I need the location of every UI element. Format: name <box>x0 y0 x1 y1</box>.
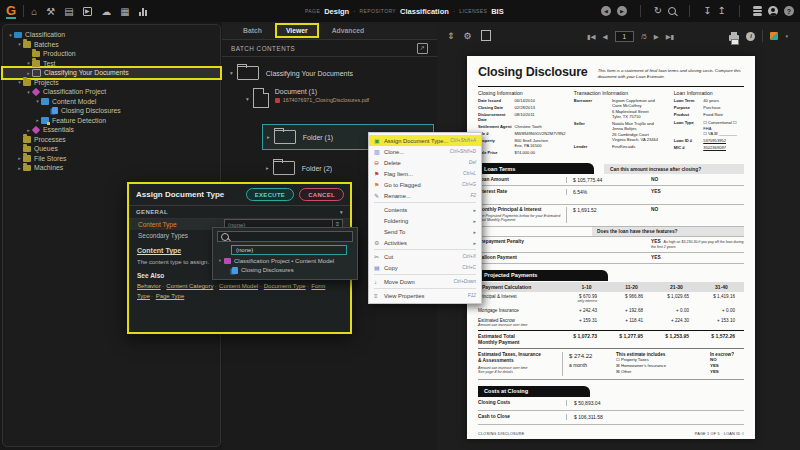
batch-tree-folder-2[interactable]: ▸ Folder (2) <box>266 156 332 180</box>
menu-item-contents[interactable]: Contents▸ <box>369 204 481 215</box>
batch-tree-root[interactable]: ▾ Classifying Your Documents <box>230 62 353 84</box>
link-content-model[interactable]: Content Model <box>219 283 258 289</box>
batch-tree-document[interactable]: ▾ Document (1) 1674076971_ClosingDisclos… <box>246 88 369 118</box>
licenses-value[interactable]: BIS <box>491 7 504 16</box>
forward-button[interactable]: ▶ <box>617 6 627 16</box>
home-icon[interactable]: ⌂ <box>31 6 37 17</box>
last-page-button[interactable]: ▶▮ <box>666 33 675 41</box>
batches-icon[interactable]: ▤ <box>64 6 73 17</box>
folder-icon <box>23 79 31 86</box>
tab-batch[interactable]: Batch <box>234 25 271 36</box>
tree-arrow[interactable]: ▾ <box>246 96 249 102</box>
page-value[interactable]: Design <box>324 7 349 16</box>
tree-item-file-stores[interactable]: ▸File Stores <box>3 154 220 164</box>
link-behavior[interactable]: Behavior <box>137 283 161 289</box>
menu-item-foldering[interactable]: Foldering▸ <box>369 215 481 226</box>
jobs-icon[interactable]: ▦ <box>120 6 129 17</box>
repository-value[interactable]: Classification <box>400 7 449 16</box>
info-icon[interactable]: i <box>746 32 755 41</box>
classify-menu-icon[interactable] <box>770 32 778 40</box>
menu-item-send-to[interactable]: Send To▸ <box>369 226 481 237</box>
link-page-type[interactable]: Page Type <box>156 293 185 299</box>
chevron-down-icon[interactable]: ▾ <box>340 209 343 215</box>
tree-arrow[interactable]: ▾ <box>34 98 41 104</box>
design-tools-icon[interactable]: ⚒ <box>46 6 55 17</box>
stats-icon[interactable] <box>139 7 147 16</box>
back-button[interactable]: ◀ <box>601 6 611 16</box>
execute-button[interactable]: EXECUTE <box>246 188 294 201</box>
dropdown-search-input[interactable] <box>217 231 353 242</box>
tree-item-content-model[interactable]: ▾Content Model <box>3 97 220 107</box>
tree-arrow[interactable]: ▸ <box>266 165 269 171</box>
tree-arrow[interactable]: ▾ <box>217 258 223 263</box>
tree-arrow[interactable]: ▾ <box>230 70 233 76</box>
menu-item-view-properties[interactable]: ≡View PropertiesF12 <box>369 290 481 301</box>
general-section-header[interactable]: GENERAL ▾ <box>129 206 350 219</box>
tree-item-classification[interactable]: ▾Classification <box>3 30 220 40</box>
upload-button[interactable]: ↥ <box>718 6 726 16</box>
fit-page-icon[interactable]: ⇕ <box>447 31 455 41</box>
link-document-type[interactable]: Document Type <box>264 283 306 289</box>
menu-item-assign-document-type[interactable]: ▣Assign Document Type...Ctrl+Shift+A <box>369 135 481 146</box>
refresh-button[interactable]: ↻ <box>654 6 662 16</box>
page-number-input[interactable]: 1 <box>615 31 635 42</box>
tree-arrow[interactable]: ▸ <box>16 165 23 171</box>
tree-item-feature-detection[interactable]: ▸Feature Detection <box>3 116 220 126</box>
menu-item-clone[interactable]: ▥Clone...Ctrl+Shift+D <box>369 146 481 157</box>
cloud-import-icon[interactable]: ☁ <box>101 6 111 17</box>
tree-arrow[interactable]: ▾ <box>25 60 32 66</box>
tab-viewer[interactable]: Viewer <box>277 25 317 36</box>
tree-item-production[interactable]: Production <box>3 49 220 59</box>
pages-icon[interactable] <box>481 30 491 41</box>
tree-arrow[interactable]: ▸ <box>25 70 32 76</box>
tree-arrow[interactable]: ▸ <box>34 117 41 123</box>
expand-panel-icon[interactable]: ↗ <box>417 43 428 54</box>
menu-item-activities[interactable]: ⚙Activities▸ <box>369 237 481 248</box>
tree-item-queues[interactable]: Queues <box>3 144 220 154</box>
tree-item-essentials[interactable]: ▸Essentials <box>3 125 220 135</box>
menu-item-cut[interactable]: ✂CutCtrl+X <box>369 251 481 262</box>
search-icon[interactable] <box>668 7 676 15</box>
tree-arrow[interactable]: ▸ <box>267 134 270 140</box>
menu-item-delete[interactable]: ⊖DeleteDel <box>369 157 481 168</box>
tree-item-classification-project[interactable]: ▾Classification Project <box>3 87 220 97</box>
menu-item-go-to-flagged[interactable]: ⚑Go to FlaggedCtrl+G <box>369 179 481 190</box>
next-page-button[interactable]: ▶ <box>654 33 659 41</box>
menu-item-flag-item[interactable]: ⚑Flag Item...Ctrl+L <box>369 168 481 179</box>
tree-arrow[interactable]: ▾ <box>16 79 23 85</box>
tree-item-classifying-your-documents[interactable]: ▸Classifying Your Documents <box>3 68 220 78</box>
projected-row: Estimated EscrowAmount can increase over… <box>478 316 744 330</box>
menu-item-copy[interactable]: ▤CopyCtrl+C <box>369 262 481 273</box>
dropdown-item-content-model[interactable]: ▾ Classification Project • Content Model <box>217 256 353 266</box>
print-icon[interactable] <box>729 35 739 41</box>
tree-item-batches[interactable]: ▾Batches <box>3 40 220 50</box>
menu-item-move-down[interactable]: ↓Move DownCtrl+Down <box>369 276 481 287</box>
tree-item-test[interactable]: ▾Test <box>3 59 220 69</box>
repository-switch-icon[interactable] <box>753 6 762 15</box>
tree-item-processes[interactable]: Processes <box>3 135 220 145</box>
tree-arrow[interactable]: ▾ <box>7 32 14 38</box>
see-also-links: Behavior· Content Category· Content Mode… <box>137 281 342 301</box>
help-icon[interactable]: ? <box>784 6 794 16</box>
tree-item-machines[interactable]: ▸Machines <box>3 163 220 173</box>
user-account-icon[interactable] <box>768 6 778 16</box>
first-page-button[interactable]: ▮◀ <box>587 33 596 41</box>
chevron-down-icon[interactable]: ▾ <box>785 33 788 39</box>
grooper-logo[interactable]: G <box>6 4 16 19</box>
tree-item-closing-disclosures[interactable]: Closing Disclosures <box>3 106 220 116</box>
document-page[interactable]: Closing Disclosure This form is a statem… <box>467 56 755 439</box>
previous-page-button[interactable]: ◀ <box>603 33 608 41</box>
tree-arrow[interactable]: ▸ <box>16 155 23 161</box>
link-content-category[interactable]: Content Category <box>166 283 213 289</box>
download-button[interactable]: ↧ <box>703 6 711 16</box>
dropdown-item-none[interactable]: (none) <box>231 245 347 255</box>
cancel-button[interactable]: CANCEL <box>299 188 344 201</box>
batch-process-icon[interactable]: ▶ <box>83 7 93 16</box>
tab-advanced[interactable]: Advanced <box>323 25 373 36</box>
menu-item-rename[interactable]: ✎Rename...F2 <box>369 190 481 201</box>
divider <box>640 5 641 17</box>
dropdown-item-closing-disclosures[interactable]: Closing Disclosures <box>217 266 353 276</box>
tree-item-projects[interactable]: ▾Projects <box>3 78 220 88</box>
render-settings-icon[interactable]: ⚙ <box>464 31 472 41</box>
tree-arrow[interactable]: ▾ <box>16 41 23 47</box>
